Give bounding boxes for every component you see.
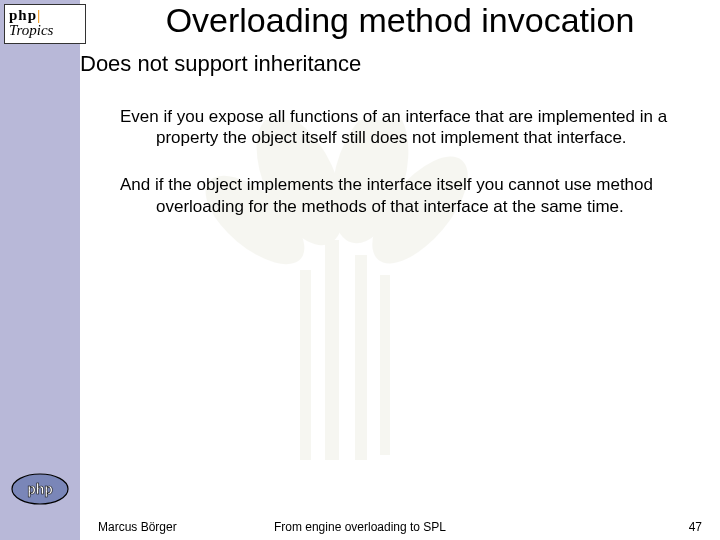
slide-content: Overloading method invocation ☒ Does not… <box>80 0 720 540</box>
php-tropics-logo: php| Tropics <box>4 4 86 44</box>
slide-title: Overloading method invocation <box>80 0 720 49</box>
paragraph-2: And if the object implements the interfa… <box>116 174 690 217</box>
footer-page-number: 47 <box>689 520 702 534</box>
sidebar-strip <box>0 0 80 540</box>
logo-text-php: php <box>9 7 37 23</box>
bullet-item: ☒ Does not support inheritance <box>16 51 720 77</box>
bullet-text: Does not support inheritance <box>80 51 361 77</box>
logo-text-tropics: Tropics <box>9 23 81 38</box>
paragraph-1: Even if you expose all functions of an i… <box>116 106 690 149</box>
logo-text-pipe: | <box>37 7 40 23</box>
slide-footer: Marcus Börger From engine overloading to… <box>0 514 720 534</box>
php-elephant-logo: php <box>10 472 70 506</box>
footer-title: From engine overloading to SPL <box>0 520 720 534</box>
svg-text:php: php <box>27 481 53 497</box>
